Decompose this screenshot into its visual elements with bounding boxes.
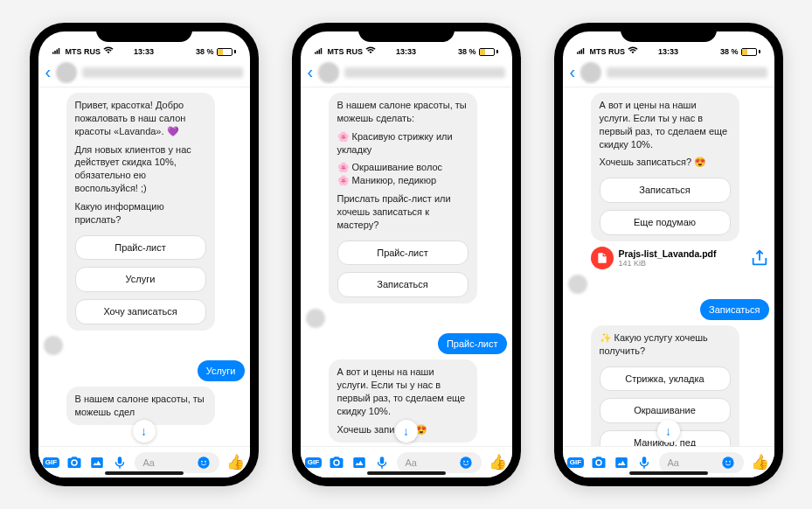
camera-icon[interactable] [591,455,607,471]
screen: MTS RUS 13:33 38 % ‹ Привет, красо [38,31,250,478]
signal-icon [315,47,325,56]
input-placeholder: Aa [668,457,679,468]
quick-reply-book[interactable]: Записаться [600,178,731,203]
scroll-down-button[interactable]: ↓ [657,420,680,443]
header-avatar[interactable] [580,62,601,83]
bot-message: Привет, красотка! Добро пожаловать в наш… [66,93,215,331]
header-avatar[interactable] [56,62,77,83]
thumbs-up-icon[interactable]: 👍 [489,453,507,471]
clock: 13:33 [658,47,678,56]
svg-rect-1 [54,51,56,54]
svg-rect-20 [615,457,628,468]
mic-icon[interactable] [374,455,390,471]
battery-percent: 38 % [720,47,739,56]
svg-rect-10 [318,49,320,53]
svg-rect-3 [58,48,59,54]
chat-header: ‹ [301,58,512,87]
back-button[interactable]: ‹ [45,62,52,82]
notch [621,23,717,42]
msg-text: Для новых клиентов у нас действует скидк… [75,143,206,195]
msg-text: 🌸 Маникюр, педикюр [337,174,468,187]
carrier-text: MTS RUS [328,47,364,56]
svg-rect-8 [315,52,316,53]
picture-icon[interactable] [614,455,629,471]
msg-text: В нашем салоне красоты, ты можешь сдел [75,393,206,419]
gif-icon[interactable]: GIF [568,455,584,471]
emoji-icon[interactable] [197,456,211,470]
msg-text: А вот и цены на наши услуги. Если ты у н… [337,366,468,417]
clock: 13:33 [396,47,416,56]
svg-point-23 [729,460,731,462]
phone-2: MTS RUS 13:33 38 % ‹ В нашем салоне [292,23,521,486]
chat-header: ‹ [563,58,774,87]
home-indicator [367,471,446,475]
msg-text: Прислать прайс-лист или хочешь записатьс… [337,192,468,232]
quick-reply-book[interactable]: Записаться [337,272,468,297]
svg-rect-4 [91,457,103,468]
file-size: 141 KiB [619,259,745,268]
quick-reply-haircut[interactable]: Стрижка, укладка [600,366,731,392]
header-avatar[interactable] [318,62,339,83]
quick-reply-price[interactable]: Прайс-лист [75,235,206,261]
file-name: Prajs-list_Lavanda.pdf [619,248,745,259]
svg-point-15 [467,460,468,462]
msg-text: 🌸 Красивую стрижку или укладку [337,130,468,157]
svg-rect-11 [320,48,322,54]
back-button[interactable]: ‹ [308,62,314,82]
clock: 13:33 [134,47,154,56]
msg-text: А вот и цены на наши услуги. Если ты у н… [600,99,731,150]
msg-text: Хочешь записаться? 😍 [600,156,731,169]
wifi-icon [365,46,376,56]
camera-icon[interactable] [66,455,82,471]
emoji-icon[interactable] [721,456,735,470]
bot-avatar [568,275,587,294]
gif-icon[interactable]: GIF [44,455,59,471]
screen: MTS RUS 13:33 38 % ‹ В нашем салоне [301,31,512,478]
back-button[interactable]: ‹ [570,62,576,82]
quick-reply-think[interactable]: Еще подумаю [600,210,731,235]
file-attachment[interactable]: Prajs-list_Lavanda.pdf 141 KiB [591,247,769,269]
scroll-down-button[interactable]: ↓ [133,420,156,443]
svg-point-14 [463,460,465,462]
share-icon[interactable] [750,248,769,268]
quick-reply-book[interactable]: Хочу записаться [75,299,206,324]
wifi-icon [628,46,638,56]
picture-icon[interactable] [351,455,367,471]
svg-rect-19 [582,48,584,54]
messages[interactable]: Привет, красотка! Добро пожаловать в наш… [38,87,250,446]
picture-icon[interactable] [89,455,105,471]
emoji-icon[interactable] [459,456,473,470]
message-input[interactable]: Aa [397,452,482,473]
phone-3: MTS RUS 13:33 38 % ‹ А вот и цены н [554,23,783,486]
thumbs-up-icon[interactable]: 👍 [226,453,245,471]
messages[interactable]: В нашем салоне красоты, ты можешь сделат… [301,87,512,446]
wifi-icon [103,46,114,56]
svg-point-7 [205,460,206,462]
bot-message: В нашем салоне красоты, ты можешь сдел [66,387,215,425]
header-title [82,67,242,78]
messages[interactable]: А вот и цены на наши услуги. Если ты у н… [563,87,774,446]
bot-message: В нашем салоне красоты, ты можешь сделат… [329,93,477,303]
svg-rect-16 [577,52,579,53]
home-indicator [105,471,184,475]
thumbs-up-icon[interactable]: 👍 [751,453,769,471]
scroll-down-button[interactable]: ↓ [395,420,418,443]
phone-row: MTS RUS 13:33 38 % ‹ Привет, красо [30,23,783,486]
mic-icon[interactable] [636,455,652,471]
camera-icon[interactable] [329,455,344,471]
quick-reply-price[interactable]: Прайс-лист [337,241,468,266]
msg-text: ✨ Какую услугу хочешь получить? [600,331,731,358]
input-placeholder: Aa [406,457,417,468]
gif-icon[interactable]: GIF [306,455,322,471]
home-indicator [629,471,708,475]
notch [96,23,192,42]
message-input[interactable]: Aa [659,452,744,473]
quick-reply-services[interactable]: Услуги [75,267,206,292]
battery-percent: 38 % [196,47,214,56]
svg-rect-0 [52,52,54,53]
svg-point-22 [725,460,727,462]
signal-icon [52,47,63,56]
mic-icon[interactable] [112,455,128,471]
header-title [607,67,767,78]
message-input[interactable]: Aa [135,452,219,473]
